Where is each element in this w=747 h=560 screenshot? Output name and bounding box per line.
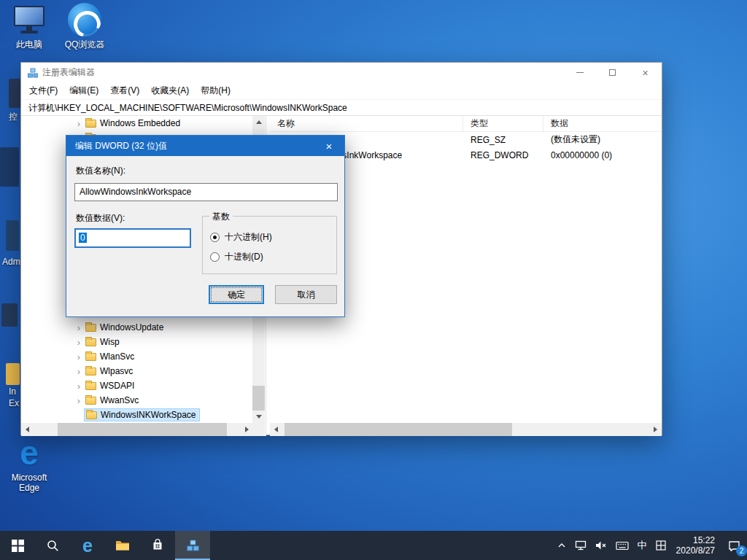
tree-item-windowsupdate[interactable]: › WindowsUpdate <box>74 320 166 335</box>
scroll-thumb[interactable] <box>285 423 512 436</box>
keyboard-icon <box>616 541 629 551</box>
edit-dword-dialog: 编辑 DWORD (32 位)值 × 数值名称(N): AllowWindows… <box>66 135 345 317</box>
desktop-icon-label: QQ浏览器 <box>61 39 108 50</box>
tree-horizontal-scrollbar[interactable] <box>21 423 253 436</box>
folder-icon <box>85 368 96 376</box>
tree-item-wsdapi[interactable]: › WSDAPI <box>74 378 137 393</box>
tray-expand-button[interactable] <box>553 531 570 560</box>
close-button[interactable]: × <box>629 63 662 82</box>
ime-mode-icon[interactable] <box>651 531 670 560</box>
close-icon: × <box>326 140 333 152</box>
scroll-thumb[interactable] <box>252 386 265 411</box>
tree-item-label: Wisp <box>100 337 120 347</box>
menu-help[interactable]: 帮助(H) <box>195 85 236 97</box>
window-title: 注册表编辑器 <box>42 66 563 79</box>
tree-item-windows-embedded[interactable]: › Windows Embedded <box>74 116 183 131</box>
taskbar-regedit-button-active[interactable] <box>175 531 210 560</box>
fullwidth-grid-icon <box>656 540 666 551</box>
regedit-icon <box>187 540 199 551</box>
folder-icon <box>85 353 96 361</box>
tray-date: 2020/8/27 <box>676 545 715 556</box>
desktop-icon-fragment[interactable] <box>1 303 18 327</box>
maximize-button[interactable] <box>596 63 629 82</box>
start-button[interactable] <box>0 531 35 560</box>
volume-muted-icon[interactable] <box>591 531 611 560</box>
minimize-button[interactable] <box>563 63 596 82</box>
desktop-icon-fragment[interactable] <box>6 363 20 385</box>
dialog-titlebar[interactable]: 编辑 DWORD (32 位)值 × <box>66 136 344 156</box>
folder-icon <box>85 338 96 346</box>
action-center-button[interactable]: 2 <box>721 531 747 560</box>
chevron-right-icon[interactable]: › <box>74 351 84 362</box>
speaker-mute-icon <box>595 540 607 551</box>
network-status-icon[interactable] <box>570 531 591 560</box>
list-horizontal-scrollbar[interactable] <box>270 423 662 436</box>
column-headers: 名称 类型 数据 <box>270 116 662 132</box>
scroll-left-button[interactable] <box>270 423 282 436</box>
windows-logo-icon <box>12 540 24 552</box>
radio-selected-icon[interactable] <box>210 233 220 242</box>
value-data-input[interactable]: 0 <box>74 228 191 248</box>
ime-indicator[interactable]: 中 <box>633 531 651 560</box>
file-explorer-button[interactable] <box>105 531 140 560</box>
folder-icon <box>86 411 97 419</box>
menu-file[interactable]: 文件(F) <box>23 85 63 97</box>
store-icon <box>151 539 164 552</box>
chevron-right-icon[interactable]: › <box>74 322 84 333</box>
chevron-right-icon[interactable]: › <box>74 366 84 377</box>
tree-item-wlpasvc[interactable]: › Wlpasvc <box>74 364 136 378</box>
scroll-left-button[interactable] <box>21 423 34 436</box>
radio-unselected-icon[interactable] <box>210 252 220 262</box>
value-type: REG_DWORD <box>463 150 543 160</box>
desktop-icon-microsoft-edge[interactable]: e Microsoft Edge <box>6 436 53 493</box>
clock[interactable]: 15:22 2020/8/27 <box>670 535 721 556</box>
display-network-icon <box>575 540 587 551</box>
selected-tree-item[interactable]: WindowsINKWorkSpace <box>84 408 200 421</box>
chevron-right-icon[interactable]: › <box>74 118 84 129</box>
scroll-down-button[interactable] <box>252 411 265 423</box>
desktop-icon-fragment[interactable] <box>6 220 19 251</box>
column-header-name[interactable]: 名称 <box>270 116 463 131</box>
desktop-icon-fragment[interactable] <box>9 79 20 108</box>
menu-edit[interactable]: 编辑(E) <box>63 85 104 97</box>
scroll-right-button[interactable] <box>241 423 253 436</box>
radio-label: 十六进制(H) <box>225 231 272 244</box>
desktop-icon-qq-browser[interactable]: QQ浏览器 <box>61 3 108 50</box>
cancel-button[interactable]: 取消 <box>275 285 337 304</box>
search-button[interactable] <box>35 531 70 560</box>
desktop-icon-this-pc[interactable]: 此电脑 <box>6 4 53 50</box>
tree-item-wisp[interactable]: › Wisp <box>74 335 123 349</box>
tree-item-wwansvc[interactable]: › WwanSvc <box>74 393 142 408</box>
radio-hexadecimal[interactable]: 十六进制(H) <box>210 232 272 242</box>
folder-icon <box>85 382 96 390</box>
desktop-icon-fragment[interactable] <box>0 147 19 187</box>
chevron-right-icon[interactable]: › <box>74 381 84 392</box>
folder-icon <box>85 120 96 128</box>
column-header-type[interactable]: 类型 <box>463 116 543 131</box>
tree-item-wlansvc[interactable]: › WlanSvc <box>74 349 137 364</box>
ok-button[interactable]: 确定 <box>209 285 264 304</box>
scroll-up-button[interactable] <box>252 116 265 128</box>
column-header-data[interactable]: 数据 <box>543 116 662 131</box>
microsoft-store-button[interactable] <box>140 531 175 560</box>
value-name-input[interactable]: AllowWindowsInkWorkspace <box>74 183 338 201</box>
base-group-label: 基数 <box>209 211 233 223</box>
folder-icon <box>115 540 130 551</box>
chevron-right-icon[interactable]: › <box>74 395 84 406</box>
folder-icon <box>85 397 96 405</box>
titlebar[interactable]: 注册表编辑器 × <box>21 63 662 82</box>
scroll-thumb[interactable] <box>58 423 227 436</box>
dialog-close-button[interactable]: × <box>314 136 344 156</box>
menu-view[interactable]: 查看(V) <box>104 85 145 97</box>
touch-keyboard-icon[interactable] <box>611 531 633 560</box>
taskbar-edge-button[interactable]: e <box>70 531 105 560</box>
tree-item-windowsinkworkspace[interactable]: WindowsINKWorkSpace <box>74 408 200 422</box>
radio-label: 十进制(D) <box>225 251 263 263</box>
radio-decimal[interactable]: 十进制(D) <box>210 252 263 262</box>
base-groupbox <box>202 216 337 274</box>
chevron-right-icon[interactable]: › <box>74 337 84 348</box>
scroll-right-button[interactable] <box>649 423 662 436</box>
menu-favorites[interactable]: 收藏夹(A) <box>145 85 195 97</box>
address-bar[interactable]: 计算机\HKEY_LOCAL_MACHINE\SOFTWARE\Microsof… <box>21 99 662 116</box>
tray-time: 15:22 <box>676 535 715 545</box>
